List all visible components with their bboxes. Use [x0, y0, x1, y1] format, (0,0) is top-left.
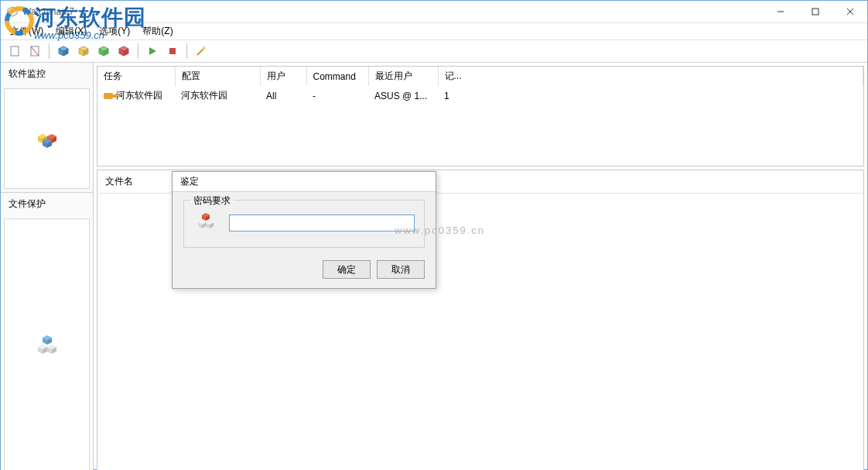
- menubar: 文件(W) 编辑(X) 选项(Y) 帮助(Z): [1, 23, 867, 39]
- svg-marker-0: [8, 7, 17, 16]
- menu-edit[interactable]: 编辑(X): [51, 23, 91, 39]
- password-input[interactable]: [229, 214, 415, 232]
- cell-lastuser: ASUS @ 1...: [368, 86, 438, 105]
- cubes-blue-icon: [30, 331, 64, 362]
- th-task[interactable]: 任务: [97, 67, 175, 86]
- th-record[interactable]: 记...: [438, 67, 863, 86]
- th-command[interactable]: Command: [306, 67, 368, 86]
- cubes-dialog-icon: [193, 211, 220, 235]
- cancel-button[interactable]: 取消: [377, 260, 425, 279]
- tool-cube2-icon[interactable]: [74, 42, 93, 60]
- tool-stop-icon[interactable]: [163, 42, 182, 60]
- maximize-button[interactable]: [798, 1, 832, 22]
- menu-file[interactable]: 文件(W): [5, 23, 48, 39]
- tool-delete-icon[interactable]: [26, 42, 44, 60]
- th-lastuser[interactable]: 最近用户: [368, 67, 438, 86]
- cell-user: All: [260, 86, 306, 105]
- titlebar: Watchman 7: [1, 1, 867, 23]
- cell-record: 1: [438, 86, 863, 105]
- svg-rect-2: [812, 9, 818, 15]
- dialog-title: 鉴定: [173, 172, 436, 192]
- tool-cube1-icon[interactable]: [54, 42, 73, 60]
- svg-rect-21: [169, 48, 176, 54]
- close-button[interactable]: [832, 1, 867, 22]
- toolbar-separator: [49, 43, 50, 59]
- tool-cube4-icon[interactable]: [114, 42, 133, 60]
- task-table[interactable]: 任务 配置 用户 Command 最近用户 记... 河东软件园 河东软件园 A…: [97, 67, 863, 105]
- task-panel: 任务 配置 用户 Command 最近用户 记... 河东软件园 河东软件园 A…: [97, 66, 864, 166]
- tool-new-icon[interactable]: [5, 42, 24, 60]
- window-title: Watchman 7: [22, 6, 74, 17]
- group-label: 密码要求: [190, 194, 234, 208]
- menu-help[interactable]: 帮助(Z): [138, 23, 177, 39]
- sidebar-body-protect[interactable]: [4, 218, 90, 470]
- toolbar-separator: [186, 43, 187, 59]
- menu-options[interactable]: 选项(Y): [94, 23, 135, 39]
- svg-rect-5: [11, 46, 19, 56]
- svg-marker-20: [149, 47, 156, 55]
- toolbar: [1, 39, 867, 63]
- ok-button[interactable]: 确定: [323, 260, 371, 279]
- svg-point-23: [203, 46, 206, 50]
- sidebar-header-monitor[interactable]: 软件监控: [1, 63, 93, 85]
- cell-command: -: [306, 86, 368, 105]
- tool-cube3-icon[interactable]: [94, 42, 113, 60]
- tool-wand-icon[interactable]: [192, 42, 210, 60]
- app-icon: [7, 6, 18, 17]
- cubes-color-icon: [30, 123, 64, 154]
- th-user[interactable]: 用户: [260, 67, 306, 86]
- tool-play-icon[interactable]: [143, 42, 162, 60]
- sidebar: 软件监控 文件保护: [1, 63, 94, 470]
- sidebar-header-protect[interactable]: 文件保护: [1, 193, 93, 215]
- auth-dialog: 鉴定 密码要求 确定 取消: [172, 171, 436, 289]
- sidebar-body-monitor[interactable]: [4, 88, 90, 189]
- table-row[interactable]: 河东软件园 河东软件园 All - ASUS @ 1... 1: [97, 86, 863, 105]
- cell-task: 河东软件园: [116, 90, 162, 101]
- minimize-button[interactable]: [763, 1, 798, 22]
- th-config[interactable]: 配置: [175, 67, 260, 86]
- toolbar-separator: [138, 43, 138, 59]
- svg-line-22: [197, 49, 203, 55]
- cell-config: 河东软件园: [175, 86, 260, 105]
- key-icon: [104, 93, 113, 99]
- password-group: 密码要求: [183, 200, 425, 248]
